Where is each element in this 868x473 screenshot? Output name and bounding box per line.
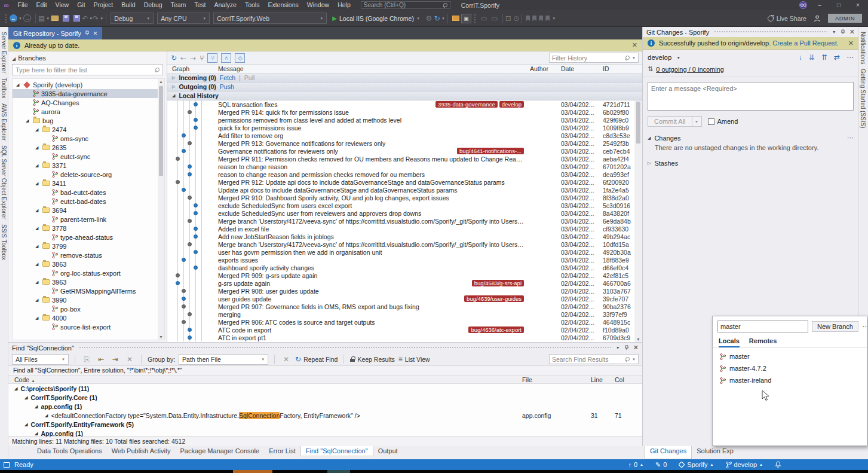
- outgoing-section-row[interactable]: ▷Outgoing (0) Push: [167, 83, 642, 91]
- admin-badge[interactable]: ADMIN: [828, 14, 862, 23]
- branch-tree-item[interactable]: 4000: [13, 313, 164, 322]
- bottom-tab[interactable]: Error List: [264, 446, 300, 456]
- bottom-tab[interactable]: Package Manager Console: [175, 446, 264, 456]
- column-message[interactable]: Message: [210, 65, 530, 72]
- bottom-tab[interactable]: Solution Exp: [692, 446, 738, 459]
- list-view-button[interactable]: ≡List View: [398, 355, 430, 364]
- commit-row[interactable]: merging 02/04/202... 33f97ef9: [167, 310, 642, 318]
- find-panel-title-bar[interactable]: Find "SqlConnection" ▼ ✕: [8, 343, 642, 353]
- branch-tree-item[interactable]: eutct-bad-dates: [13, 197, 164, 206]
- menu-item[interactable]: Build: [117, 0, 139, 10]
- side-tab[interactable]: SSIS Toolbox: [1, 224, 7, 260]
- commit-row[interactable]: reason to change reason and permission c…: [167, 170, 642, 178]
- bottom-tab[interactable]: Find "SqlConnection": [300, 446, 373, 456]
- branch-tree-item[interactable]: delete-source-org: [13, 170, 164, 179]
- drag-handle[interactable]: [79, 346, 611, 349]
- close-infobar-icon[interactable]: ✕: [632, 41, 637, 49]
- restore-layout-icon[interactable]: [4, 462, 10, 468]
- search-find-results-input[interactable]: Search Find Results ▼: [549, 354, 639, 364]
- amend-checkbox[interactable]: Amend: [708, 118, 738, 125]
- expander-icon[interactable]: [35, 163, 40, 168]
- commit-row[interactable]: Add new JobStartReason fields in joblogs…: [167, 233, 642, 240]
- menu-item[interactable]: File: [14, 0, 32, 10]
- new-branch-button[interactable]: New Branch: [812, 321, 858, 332]
- branch-tree-item[interactable]: bad-eutct-dates: [13, 188, 164, 197]
- fetch-link[interactable]: Fetch: [220, 74, 235, 81]
- menu-item[interactable]: Help: [333, 0, 355, 10]
- branch-tree-item[interactable]: 3799: [13, 242, 164, 251]
- branch-tree-item[interactable]: bug: [13, 116, 164, 125]
- expander-icon[interactable]: [35, 244, 40, 249]
- expander-icon[interactable]: ◢: [24, 395, 27, 400]
- live-share-button[interactable]: Live Share: [768, 13, 806, 25]
- branch-list-item[interactable]: master-4.7.2: [713, 362, 867, 374]
- commit-row[interactable]: quick fix for permissions issue 03/04/20…: [167, 124, 642, 132]
- side-tab[interactable]: Getting Started (SSIS): [860, 69, 866, 129]
- stop-find-icon[interactable]: ✕: [281, 353, 292, 365]
- close-panel-icon[interactable]: ✕: [849, 28, 855, 36]
- bottom-tab[interactable]: Output: [373, 446, 403, 456]
- bottom-tab[interactable]: Data Tools Operations: [32, 446, 107, 456]
- commit-row[interactable]: user has govrn permission then we add in…: [167, 248, 642, 256]
- find-result-row[interactable]: ◢CorrIT.Sporify.EntityFramework (5): [8, 420, 642, 429]
- commit-row[interactable]: SQL transaction fixes 3935-data-governan…: [167, 100, 642, 108]
- copy-results-button[interactable]: ⎘: [81, 353, 92, 365]
- column-graph[interactable]: Graph: [167, 65, 210, 72]
- commit-row[interactable]: ATC in export pt1 02/04/202... 6709d3c9: [167, 334, 642, 341]
- user-avatar[interactable]: CC: [799, 1, 807, 9]
- menu-item[interactable]: Edit: [32, 0, 51, 10]
- branch-tree-item[interactable]: 3963: [13, 277, 164, 286]
- more-actions-button[interactable]: ⋯: [846, 53, 854, 62]
- commit-row[interactable]: reason to change reason 03/04/202... 670…: [167, 163, 642, 170]
- expander-icon[interactable]: [35, 145, 40, 150]
- pin-icon[interactable]: [624, 345, 629, 350]
- cherry-pick-button[interactable]: ⇠: [180, 54, 186, 62]
- find-in-files-button[interactable]: [450, 13, 461, 25]
- push-link[interactable]: Push: [220, 83, 234, 90]
- branch-tree-item[interactable]: aurora: [13, 107, 164, 116]
- branch-tree-item[interactable]: eutct-sync: [13, 152, 164, 161]
- scroll-down-icon[interactable]: ▼: [158, 335, 164, 339]
- changes-more-button[interactable]: ⋯: [847, 134, 854, 142]
- find-result-row[interactable]: ◢C:\projects\Sporify (11): [8, 384, 642, 393]
- branch-tree-item[interactable]: 3863: [13, 260, 164, 268]
- commit-all-button[interactable]: Commit All ▼: [648, 116, 702, 127]
- column-line[interactable]: Line: [591, 376, 615, 383]
- create-pull-request-link[interactable]: Create a Pull Request.: [772, 39, 839, 47]
- menu-item[interactable]: Window: [303, 0, 333, 10]
- commit-row[interactable]: user guides update bug/4639/user-guides …: [167, 295, 642, 303]
- column-author[interactable]: Author: [530, 65, 561, 72]
- side-tab[interactable]: Server Explorer: [1, 32, 7, 73]
- outgoing-incoming-link[interactable]: 0 outgoing / 0 incoming: [656, 66, 724, 73]
- clear-results-button[interactable]: ✕: [124, 353, 135, 365]
- solution-configuration-dropdown[interactable]: Debug▼: [111, 13, 154, 24]
- expander-icon[interactable]: ◢: [24, 422, 27, 427]
- menu-item[interactable]: Tools: [241, 0, 264, 10]
- branches-header[interactable]: ◢Branches: [8, 51, 167, 63]
- bottom-tab[interactable]: Web Publish Activity: [107, 446, 176, 456]
- menu-item[interactable]: Git: [73, 0, 89, 10]
- commit-row[interactable]: exports issues 03/04/202... 18f883e9: [167, 256, 642, 264]
- toggle-simple-graph-button[interactable]: ⑂: [207, 53, 217, 63]
- commit-row[interactable]: Merged PR 909: g-srs update again 02/04/…: [167, 271, 642, 279]
- incoming-section-row[interactable]: ▷Incoming (0) Fetch | Pull: [167, 74, 642, 83]
- commit-row[interactable]: Update api docs to include dataGovernanc…: [167, 186, 642, 194]
- menu-item[interactable]: Extensions: [263, 0, 302, 10]
- branches-scrollbar[interactable]: ▲ ▼: [158, 79, 164, 340]
- branch-tree-item[interactable]: po-box: [13, 304, 164, 313]
- find-result-row[interactable]: ◢<defaultConnectionFactory type="System.…: [8, 411, 642, 420]
- commit-row[interactable]: permissions removed from class level and…: [167, 116, 642, 124]
- column-file[interactable]: File: [522, 376, 591, 383]
- navigate-forward-button[interactable]: →: [22, 13, 33, 25]
- find-result-row[interactable]: ◢app.config (1): [8, 402, 642, 411]
- open-file-button[interactable]: [50, 13, 60, 25]
- expander-icon[interactable]: [35, 181, 40, 186]
- commit-message-input[interactable]: Enter a message <Required>: [648, 82, 854, 111]
- branch-tree-item[interactable]: 2474: [13, 125, 164, 134]
- menu-item[interactable]: Team: [167, 0, 191, 10]
- pull-link[interactable]: Pull: [244, 74, 255, 81]
- iis-settings-button[interactable]: ▣: [461, 14, 471, 23]
- expander-icon[interactable]: [35, 298, 40, 303]
- branch-tree-item[interactable]: 3990: [13, 295, 164, 304]
- expander-icon[interactable]: [35, 127, 40, 132]
